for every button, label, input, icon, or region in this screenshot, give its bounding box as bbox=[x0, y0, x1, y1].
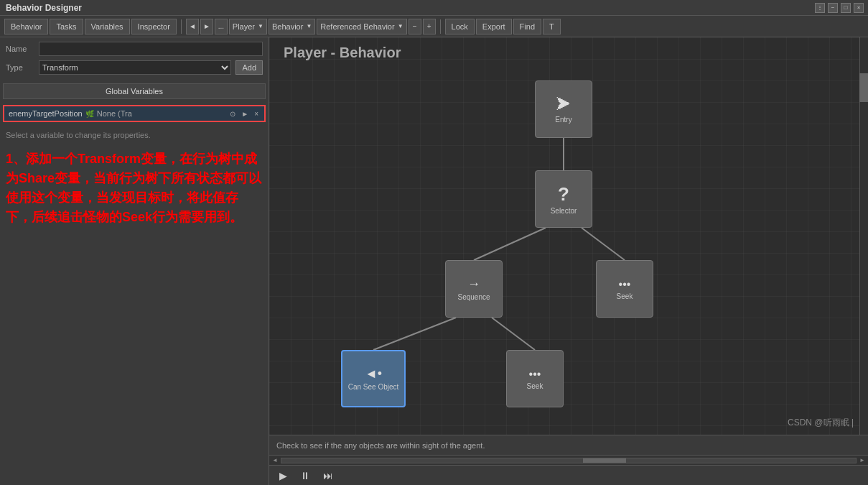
tab-behavior[interactable]: Behavior bbox=[4, 19, 48, 34]
main-layout: Name Type Transform Add Global Variables… bbox=[0, 37, 868, 485]
svg-line-3 bbox=[373, 318, 456, 350]
seek1-icon: ••• bbox=[619, 278, 631, 291]
node-entry[interactable]: ⮞ Entry bbox=[535, 80, 592, 138]
left-panel: Name Type Transform Add Global Variables… bbox=[0, 37, 269, 485]
variable-name: enemyTargetPosition bbox=[9, 109, 83, 118]
watermark: CSDN @听雨眠 | bbox=[788, 417, 854, 429]
global-vars-header: Global Variables bbox=[3, 83, 266, 99]
sequence-label: Sequence bbox=[457, 293, 490, 301]
var-delete-btn[interactable]: × bbox=[253, 110, 260, 118]
tab-tasks[interactable]: Tasks bbox=[50, 19, 83, 34]
variable-name-section: Name Type Transform Add bbox=[0, 37, 269, 83]
play-button[interactable]: ▶ bbox=[276, 468, 290, 483]
node-seek-2[interactable]: ••• Seek bbox=[506, 350, 564, 407]
status-text: Check to see if the any objects are with… bbox=[276, 441, 485, 450]
window-controls: ⋮ − □ × bbox=[815, 3, 864, 13]
variable-item: enemyTargetPosition 🌿 None (Tra ⊙ ► × bbox=[3, 105, 266, 122]
behavior-dropdown[interactable]: Behavior bbox=[269, 19, 315, 34]
name-label: Name bbox=[6, 45, 34, 53]
node-sequence[interactable]: → Sequence bbox=[445, 260, 503, 318]
node-seek-1[interactable]: ••• Seek bbox=[596, 260, 653, 318]
scroll-bar-right[interactable] bbox=[859, 37, 868, 435]
node-can-see-object[interactable]: ◄• Can See Object bbox=[341, 350, 406, 407]
minimize-button[interactable]: − bbox=[828, 3, 838, 13]
name-input[interactable] bbox=[39, 42, 263, 56]
toolbar-separator bbox=[181, 19, 182, 34]
type-label: Type bbox=[6, 63, 34, 72]
scroll-left-arrow[interactable]: ◄ bbox=[272, 457, 278, 463]
transport-bar: ▶ ⏸ ⏭ bbox=[269, 465, 868, 485]
menu-icon[interactable]: ⋮ bbox=[815, 3, 825, 13]
var-play-btn[interactable]: ► bbox=[240, 110, 250, 118]
seek2-label: Seek bbox=[527, 382, 543, 390]
step-button[interactable]: ⏭ bbox=[320, 468, 336, 483]
type-row: Type Transform Add bbox=[6, 60, 263, 75]
export-btn[interactable]: Export bbox=[476, 19, 512, 34]
annotation-content: 1、添加一个Transform变量，在行为树中成为Share变量，当前行为树下所… bbox=[6, 152, 261, 224]
nav-back[interactable]: ◄ bbox=[186, 19, 199, 34]
name-row: Name bbox=[6, 42, 263, 56]
nav-forward[interactable]: ► bbox=[200, 19, 213, 34]
app-title: Behavior Designer bbox=[6, 3, 82, 13]
selector-icon: ? bbox=[558, 183, 569, 205]
variable-hint: Select a variable to change its properti… bbox=[0, 128, 269, 142]
svg-line-2 bbox=[582, 228, 625, 260]
tab-variables[interactable]: Variables bbox=[85, 19, 130, 34]
toolbar-sep2 bbox=[440, 19, 441, 34]
nav-more[interactable]: ... bbox=[215, 19, 228, 34]
t-btn[interactable]: T bbox=[543, 19, 561, 34]
seek2-icon: ••• bbox=[529, 368, 541, 381]
tab-inspector[interactable]: Inspector bbox=[131, 19, 177, 34]
entry-label: Entry bbox=[555, 116, 571, 124]
variable-type-icon: 🌿 bbox=[85, 110, 94, 118]
var-sync-btn[interactable]: ⊙ bbox=[228, 110, 237, 118]
right-panel: Player - Behavior ⮞ Entry ? bbox=[269, 37, 868, 485]
lock-btn[interactable]: Lock bbox=[445, 19, 475, 34]
maximize-button[interactable]: □ bbox=[841, 3, 851, 13]
canvas-area[interactable]: Player - Behavior ⮞ Entry ? bbox=[269, 37, 868, 435]
canvas-title: Player - Behavior bbox=[284, 45, 401, 61]
pause-button[interactable]: ⏸ bbox=[297, 468, 313, 483]
seek1-label: Seek bbox=[617, 292, 633, 300]
can-see-label: Can See Object bbox=[348, 383, 399, 391]
sequence-icon: → bbox=[467, 277, 480, 292]
can-see-icon: ◄• bbox=[365, 366, 382, 382]
player-dropdown[interactable]: Player bbox=[229, 19, 267, 34]
svg-line-4 bbox=[492, 318, 535, 350]
referenced-behavior-dropdown[interactable]: Referenced Behavior bbox=[317, 19, 406, 34]
entry-icon: ⮞ bbox=[556, 96, 571, 114]
node-selector[interactable]: ? Selector bbox=[535, 170, 592, 228]
title-bar: Behavior Designer ⋮ − □ × bbox=[0, 0, 868, 16]
type-select[interactable]: Transform bbox=[39, 60, 231, 75]
scroll-thumb-right[interactable] bbox=[859, 73, 868, 102]
variable-value: None (Tra bbox=[97, 109, 226, 118]
horizontal-scroll-track[interactable] bbox=[281, 458, 857, 463]
scroll-right-arrow[interactable]: ► bbox=[859, 457, 865, 463]
status-bar: Check to see if the any objects are with… bbox=[269, 435, 868, 455]
plus-btn[interactable]: + bbox=[423, 19, 436, 34]
find-btn[interactable]: Find bbox=[513, 19, 541, 34]
main-toolbar: Behavior Tasks Variables Inspector ◄ ► .… bbox=[0, 16, 868, 37]
add-variable-button[interactable]: Add bbox=[235, 60, 263, 75]
bottom-scroll-area[interactable]: ◄ ► bbox=[269, 455, 868, 465]
selector-label: Selector bbox=[551, 207, 577, 215]
minus-btn[interactable]: − bbox=[409, 19, 421, 34]
close-button[interactable]: × bbox=[854, 3, 864, 13]
svg-line-1 bbox=[474, 228, 546, 260]
annotation-text: 1、添加一个Transform变量，在行为树中成为Share变量，当前行为树下所… bbox=[0, 142, 269, 234]
horizontal-scroll-thumb[interactable] bbox=[583, 458, 626, 463]
